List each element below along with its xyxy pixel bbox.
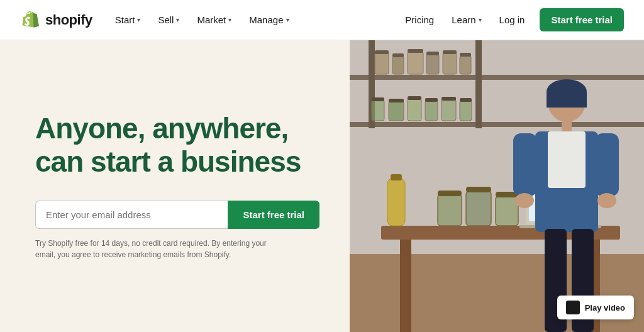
svg-rect-50 [548, 131, 586, 188]
play-icon [566, 301, 580, 314]
svg-rect-4 [475, 40, 482, 128]
email-input[interactable] [35, 201, 228, 229]
chevron-down-icon: ▾ [286, 16, 289, 23]
svg-rect-27 [441, 97, 456, 101]
chevron-down-icon: ▾ [228, 16, 231, 23]
svg-rect-23 [372, 97, 384, 101]
svg-rect-37 [466, 187, 491, 192]
shopify-logo[interactable]: shopify [20, 10, 92, 30]
nav-item-market[interactable]: Market ▾ [189, 9, 239, 30]
svg-rect-14 [426, 52, 439, 55]
nav-item-sell[interactable]: Sell ▾ [150, 9, 187, 30]
svg-rect-33 [438, 194, 462, 226]
hero-photo-bg [350, 40, 644, 332]
chevron-down-icon: ▾ [137, 16, 140, 23]
svg-rect-51 [513, 133, 537, 196]
hero-scene-svg [350, 40, 644, 332]
nav-links-left: Start ▾ Sell ▾ Market ▾ Manage ▾ [108, 9, 297, 30]
hero-section: Anyone, anywhere, can start a business S… [0, 40, 644, 332]
hero-left-content: Anyone, anywhere, can start a business S… [0, 40, 350, 332]
hero-image: Play video [350, 40, 644, 332]
hero-disclaimer: Try Shopify free for 14 days, no credit … [35, 238, 287, 260]
svg-rect-26 [425, 98, 438, 102]
svg-rect-12 [392, 53, 404, 57]
chevron-down-icon: ▾ [479, 16, 482, 23]
svg-rect-5 [375, 53, 389, 74]
nav-item-learn[interactable]: Learn ▾ [444, 9, 489, 30]
svg-rect-36 [438, 191, 462, 196]
svg-rect-47 [547, 92, 587, 108]
hero-form: Start free trial [35, 201, 319, 229]
svg-rect-13 [408, 49, 423, 53]
svg-rect-28 [460, 98, 472, 102]
nav-links-right: Pricing Learn ▾ Log in Start free trial [397, 8, 624, 31]
nav-item-manage[interactable]: Manage ▾ [242, 9, 296, 30]
hero-headline: Anyone, anywhere, can start a business [35, 112, 319, 179]
navbar: shopify Start ▾ Sell ▾ Market ▾ Manage ▾… [0, 0, 644, 40]
svg-rect-22 [460, 101, 472, 121]
svg-rect-31 [400, 240, 411, 332]
svg-rect-10 [460, 55, 471, 74]
svg-point-53 [515, 193, 534, 208]
svg-rect-8 [426, 54, 439, 74]
svg-rect-34 [466, 191, 491, 226]
svg-rect-2 [350, 122, 644, 127]
svg-rect-25 [408, 96, 421, 100]
start-free-trial-hero-button[interactable]: Start free trial [228, 201, 319, 229]
svg-rect-57 [387, 179, 405, 226]
nav-item-login[interactable]: Log in [492, 9, 533, 30]
svg-rect-17 [372, 100, 384, 121]
logo-text: shopify [45, 12, 92, 28]
svg-rect-11 [375, 50, 389, 54]
play-video-button[interactable]: Play video [557, 296, 634, 319]
play-triangle-icon [570, 304, 576, 311]
svg-rect-20 [425, 101, 438, 121]
svg-rect-58 [391, 174, 402, 180]
chevron-down-icon: ▾ [176, 16, 179, 23]
svg-rect-6 [392, 56, 404, 74]
svg-rect-9 [443, 53, 457, 74]
svg-rect-52 [595, 133, 619, 196]
start-free-trial-nav-button[interactable]: Start free trial [540, 8, 624, 31]
svg-rect-21 [441, 99, 456, 121]
svg-rect-35 [496, 196, 518, 226]
svg-rect-24 [389, 99, 404, 102]
play-video-label: Play video [585, 303, 625, 313]
nav-item-pricing[interactable]: Pricing [397, 9, 441, 30]
shopify-logo-icon [20, 10, 40, 30]
svg-rect-18 [389, 101, 404, 121]
svg-rect-16 [460, 53, 471, 57]
svg-rect-15 [443, 50, 457, 54]
svg-rect-1 [350, 75, 644, 80]
svg-rect-19 [408, 99, 421, 121]
svg-point-54 [597, 193, 616, 208]
nav-item-start[interactable]: Start ▾ [108, 9, 148, 30]
svg-rect-7 [408, 52, 423, 74]
